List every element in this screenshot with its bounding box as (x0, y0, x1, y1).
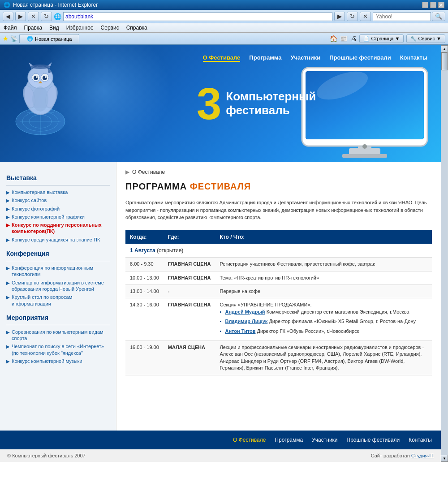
menu-tools[interactable]: Сервис (101, 25, 119, 31)
browser-tab[interactable]: 🌐 Новая страница (19, 34, 79, 43)
sidebar-item-sports[interactable]: ▶ Соревнования по компьютерным видам спо… (6, 329, 110, 342)
rss-icon: 📰 (340, 35, 348, 42)
favorites-star-icon: ★ (3, 35, 9, 42)
svg-point-14 (36, 76, 38, 78)
footer-nav-past[interactable]: Прошлые фестивали (347, 437, 400, 443)
desc-cell: Регистрация участников Фестиваля, привет… (215, 258, 432, 271)
col-header-who: Кто / Что: (215, 230, 432, 244)
sidebar-item-graphics[interactable]: ▶ Конкурс компьютерной графики (6, 214, 110, 220)
restore-button[interactable] (430, 2, 436, 8)
speaker-link-1[interactable]: Андрей Мудрый (225, 309, 265, 314)
sidebar-item-modding[interactable]: ▶ Конкурс по моддингу персональных компь… (6, 222, 110, 235)
desc-cell: Перерыв на кофе (215, 285, 432, 298)
sidebar-item-championship[interactable]: ▶ Чемпионат по поиску в сети «Интернет» … (6, 343, 110, 356)
date-header: 1 Августа (открытие) (125, 244, 432, 258)
stop-button[interactable]: ✕ (28, 12, 39, 21)
arrow-icon: ▶ (6, 222, 10, 228)
svg-point-7 (28, 66, 53, 89)
go-button[interactable]: ▶ (334, 12, 345, 21)
svg-rect-25 (342, 154, 387, 158)
scroll-up-button[interactable]: ▲ (441, 45, 448, 52)
footer-credits: Сайт разработан Студия-IT (371, 453, 434, 458)
place-cell: ГЛАВНАЯ СЦЕНА (164, 298, 215, 341)
svg-point-12 (34, 76, 38, 80)
sidebar-section-exhibition: Выставка (6, 174, 110, 181)
desc-cell: Лекции и профессиональные семинары иност… (215, 341, 432, 375)
schedule-table: Когда: Где: Кто / Что: 1 Августа (открыт… (125, 230, 432, 375)
browser-icon: 🌐 (4, 2, 10, 8)
toolbar-left: ★ 📡 🌐 Новая страница (3, 34, 79, 43)
nav-past[interactable]: Прошлые фестивали (329, 54, 391, 62)
nav-contacts[interactable]: Контакты (400, 54, 427, 62)
sidebar-item-music[interactable]: ▶ Конкурс компьютерной музыки (6, 358, 110, 364)
footer-nav-about[interactable]: О Фестивале (233, 437, 266, 443)
sidebar-item-roundtable[interactable]: ▶ Круглый стол по вопросам информатизаци… (6, 294, 110, 307)
sidebar-item-conference-it[interactable]: ▶ Конференция по информационным технолог… (6, 265, 110, 278)
sidebar-item-photos[interactable]: ▶ Конкурс фотографий (6, 206, 110, 212)
menu-favorites[interactable]: Избранное (66, 25, 94, 31)
sidebar-item-computer-exhibition[interactable]: ▶ Компьютерная выставка (6, 189, 110, 195)
time-cell: 14.30 - 16.00 (125, 298, 164, 341)
arrow-icon: ▶ (6, 190, 10, 195)
browser-titlebar: 🌐 Новая страница - Internet Explorer ✕ (0, 0, 448, 10)
arrow-icon: ▶ (6, 329, 10, 335)
nav-program[interactable]: Программа (249, 54, 281, 62)
footer-nav-program[interactable]: Программа (275, 437, 303, 443)
address-bar: 🌐 about:blank (54, 12, 332, 21)
intro-text: Организаторами мероприятия являются Адми… (125, 199, 432, 221)
time-cell: 8.00 - 9.30 (125, 258, 164, 271)
footer-nav-contacts[interactable]: Контакты (409, 437, 432, 443)
nav-about[interactable]: О Фестивале (203, 54, 241, 62)
address-input[interactable]: about:blank (63, 12, 332, 21)
search-bar: 🔍 (373, 12, 445, 21)
browser-nav-bar: ◀ ▶ ✕ ↻ 🌐 about:blank ▶ ↻ ✕ 🔍 (0, 10, 448, 23)
search-input[interactable] (373, 12, 431, 21)
footer-copyright: © Компьютерный фестиваль 2007 (7, 453, 86, 458)
breadcrumb-arrow: ▶ (125, 169, 129, 175)
site-header: О Фестивале Программа Участники Прошлые … (0, 45, 441, 162)
menu-help[interactable]: Справка (126, 25, 147, 31)
footer-credits-link[interactable]: Студия-IT (411, 453, 434, 458)
place-cell: МАЛАЯ СЦЕНА (164, 341, 215, 375)
scroll-thumb[interactable] (441, 52, 448, 70)
refresh-btn2[interactable]: ↻ (347, 12, 358, 21)
page-title-part1: ПРОГРАММА (125, 181, 187, 191)
svg-point-15 (45, 76, 47, 78)
speaker-link-3[interactable]: Антон Титов (225, 328, 255, 334)
scrollbar[interactable]: ▲ ▼ (441, 45, 448, 462)
sidebar-item-sites[interactable]: ▶ Конкурс сайтов (6, 197, 110, 203)
breadcrumb: ▶ О Фестивале (125, 169, 432, 175)
page-icon: 🌐 (54, 13, 61, 20)
speaker-link-2[interactable]: Владимир Лищук (225, 319, 267, 324)
sidebar-item-seminar[interactable]: ▶ Семинар по информатизации в системе об… (6, 280, 110, 293)
arrow-icon: ▶ (6, 206, 10, 212)
festival-title: 3 Компьютерный фестиваль (197, 81, 316, 126)
refresh-button[interactable]: ↻ (41, 12, 52, 21)
menu-edit[interactable]: Правка (24, 25, 43, 31)
browser-window: 🌐 Новая страница - Internet Explorer ✕ ◀… (0, 0, 448, 462)
footer-nav-participants[interactable]: Участники (312, 437, 337, 443)
page-button[interactable]: 📄 Страница ▼ (359, 34, 404, 43)
svg-point-23 (48, 70, 51, 73)
menu-file[interactable]: Файл (4, 25, 17, 31)
service-button[interactable]: 🔧 Сервис ▼ (406, 34, 445, 43)
date-note: (открытие) (157, 247, 183, 254)
footer-credits-text: Сайт разработан (371, 453, 411, 458)
stop-btn2[interactable]: ✕ (360, 12, 371, 21)
date-number: 1 Августа (130, 247, 155, 254)
table-row: 8.00 - 9.30 ГЛАВНАЯ СЦЕНА Регистрация уч… (125, 258, 432, 271)
desc-cell: Секция «УПРАВЛЕНИЕ ПРОДАЖАМИ»: Андрей Му… (215, 298, 432, 341)
place-cell: ГЛАВНАЯ СЦЕНА (164, 258, 215, 271)
menu-view[interactable]: Вид (49, 25, 59, 31)
sidebar-item-knowledge[interactable]: ▶ Конкурс среди учащихся на знание ПК (6, 237, 110, 243)
feeds-icon: 📡 (10, 35, 17, 42)
speaker-detail-1b: Коммерческий директор сети магазинов Экс… (267, 309, 409, 314)
nav-participants[interactable]: Участники (290, 54, 320, 62)
close-button[interactable]: ✕ (438, 2, 444, 8)
toolbar-bar: ★ 📡 🌐 Новая страница 🏠 📰 🖨 📄 Страница ▼ … (0, 33, 448, 45)
back-button[interactable]: ◀ (3, 12, 13, 21)
scroll-down-button[interactable]: ▼ (441, 455, 448, 462)
forward-button[interactable]: ▶ (15, 12, 26, 21)
minimize-button[interactable] (422, 2, 428, 8)
search-button[interactable]: 🔍 (432, 12, 445, 21)
